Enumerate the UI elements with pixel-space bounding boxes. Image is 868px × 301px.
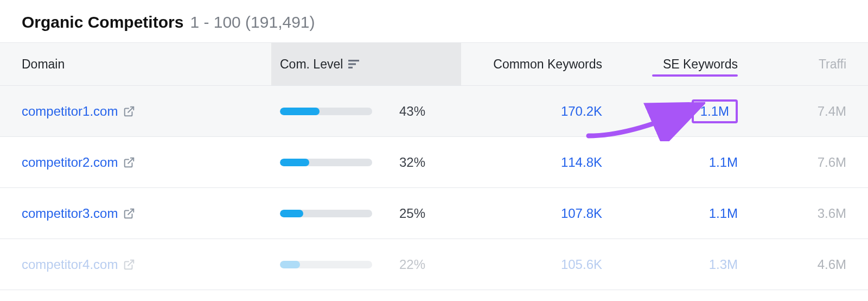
cell-se-keywords[interactable]: 1.1M: [624, 155, 760, 170]
domain-text: competitor3.com: [22, 206, 118, 221]
progress-bar: [280, 210, 372, 217]
cell-com-level: 22%: [271, 257, 461, 272]
traffic-value: 3.6M: [818, 206, 846, 221]
cell-se-keywords[interactable]: 1.3M: [624, 257, 760, 272]
svg-rect-0: [348, 60, 359, 61]
svg-line-4: [129, 158, 134, 163]
cell-common-keywords[interactable]: 107.8K: [461, 206, 624, 221]
col-header-domain-label: Domain: [22, 57, 65, 72]
sort-descending-icon: [348, 60, 359, 68]
col-header-common-label: Common Keywords: [493, 57, 602, 72]
table-row: competitor1.com43%170.2K1.1M7.4M: [0, 86, 868, 137]
progress-percent: 43%: [399, 104, 425, 119]
cell-domain: competitor4.com: [0, 257, 271, 272]
domain-link[interactable]: competitor4.com: [22, 257, 135, 272]
competitors-table: Domain Com. Level Common Keywords SE Key…: [0, 42, 868, 290]
domain-link[interactable]: competitor3.com: [22, 206, 135, 221]
external-link-icon[interactable]: [123, 208, 135, 220]
traffic-value: 4.6M: [818, 257, 846, 272]
cell-domain: competitor1.com: [0, 104, 271, 119]
table-header-row: Domain Com. Level Common Keywords SE Key…: [0, 42, 868, 86]
cell-com-level: 43%: [271, 104, 461, 119]
traffic-value: 7.4M: [818, 104, 846, 119]
se-keywords-value: 1.1M: [709, 206, 738, 221]
common-keywords-value: 170.2K: [561, 104, 602, 119]
col-header-traffic-label: Traffi: [819, 57, 846, 72]
col-header-se-keywords[interactable]: SE Keywords: [624, 43, 760, 85]
table-row: competitor3.com25%107.8K1.1M3.6M: [0, 188, 868, 239]
cell-com-level: 32%: [271, 155, 461, 170]
cell-traffic: 7.6M: [760, 155, 868, 170]
table-row: competitor2.com32%114.8K1.1M7.6M: [0, 137, 868, 188]
svg-line-5: [129, 209, 134, 214]
progress-bar: [280, 108, 372, 115]
svg-rect-1: [348, 63, 356, 65]
progress-percent: 25%: [399, 206, 425, 221]
common-keywords-value: 105.6K: [561, 257, 602, 272]
common-keywords-value: 114.8K: [561, 155, 602, 170]
result-count: 1 - 100 (191,491): [190, 13, 315, 32]
cell-traffic: 3.6M: [760, 206, 868, 221]
progress-percent: 22%: [399, 257, 425, 272]
domain-text: competitor1.com: [22, 104, 118, 119]
cell-domain: competitor3.com: [0, 206, 271, 221]
cell-traffic: 4.6M: [760, 257, 868, 272]
table-body: competitor1.com43%170.2K1.1M7.4Mcompetit…: [0, 86, 868, 290]
external-link-icon[interactable]: [123, 156, 135, 168]
svg-line-6: [129, 260, 134, 265]
progress-fill: [280, 210, 303, 217]
domain-link[interactable]: competitor1.com: [22, 104, 135, 119]
progress-fill: [280, 261, 300, 268]
col-header-com-level-label: Com. Level: [280, 57, 343, 72]
cell-se-keywords[interactable]: 1.1M: [624, 99, 760, 123]
progress-percent: 32%: [399, 155, 425, 170]
col-header-traffic[interactable]: Traffi: [760, 43, 868, 85]
domain-link[interactable]: competitor2.com: [22, 155, 135, 170]
domain-text: competitor4.com: [22, 257, 118, 272]
domain-text: competitor2.com: [22, 155, 118, 170]
se-keywords-value: 1.1M: [692, 99, 738, 123]
table-row: competitor4.com22%105.6K1.3M4.6M: [0, 239, 868, 290]
progress-fill: [280, 108, 320, 115]
se-keywords-value: 1.3M: [709, 257, 738, 272]
progress-fill: [280, 159, 309, 166]
cell-se-keywords[interactable]: 1.1M: [624, 206, 760, 221]
progress-bar: [280, 261, 372, 268]
col-header-com-level[interactable]: Com. Level: [271, 43, 461, 85]
col-header-domain[interactable]: Domain: [0, 43, 271, 85]
svg-rect-2: [348, 67, 353, 68]
cell-domain: competitor2.com: [0, 155, 271, 170]
page-title: Organic Competitors: [22, 13, 183, 32]
col-header-se-label: SE Keywords: [663, 57, 738, 72]
external-link-icon[interactable]: [123, 259, 135, 271]
external-link-icon[interactable]: [123, 105, 135, 117]
cell-traffic: 7.4M: [760, 104, 868, 119]
annotation-underline: [652, 74, 738, 77]
cell-com-level: 25%: [271, 206, 461, 221]
se-keywords-value: 1.1M: [709, 155, 738, 170]
cell-common-keywords[interactable]: 114.8K: [461, 155, 624, 170]
svg-line-3: [129, 106, 134, 112]
page-header: Organic Competitors 1 - 100 (191,491): [0, 0, 868, 42]
cell-common-keywords[interactable]: 105.6K: [461, 257, 624, 272]
traffic-value: 7.6M: [818, 155, 846, 170]
cell-common-keywords[interactable]: 170.2K: [461, 104, 624, 119]
common-keywords-value: 107.8K: [561, 206, 602, 221]
progress-bar: [280, 159, 372, 166]
col-header-common-keywords[interactable]: Common Keywords: [461, 43, 624, 85]
